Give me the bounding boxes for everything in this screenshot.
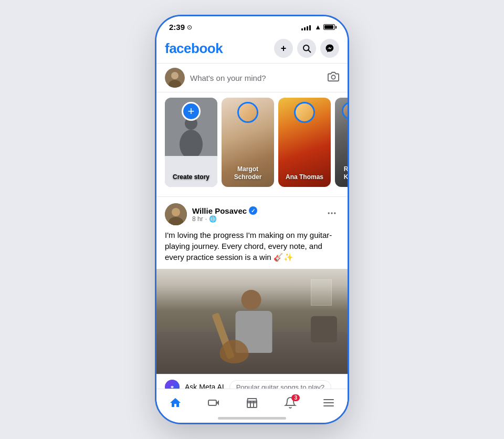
post-text: I'm loving the progress I'm making on my…	[156, 229, 348, 269]
svg-line-1	[308, 50, 310, 52]
story-plus-icon: +	[182, 102, 201, 121]
privacy-icon: 🌐	[209, 215, 217, 223]
svg-point-5	[331, 75, 335, 79]
fb-header: facebook +	[156, 35, 348, 63]
post-avatar	[165, 203, 187, 225]
status-icons: ▲	[301, 23, 335, 31]
composer[interactable]: What's on your mind?	[156, 63, 348, 92]
post-header: Willie Posavec ✓ 8 hr · 🌐	[156, 197, 348, 229]
clock-icon: ⊙	[187, 24, 192, 31]
wifi-icon: ▲	[314, 23, 321, 31]
story-name-margot: Margot Schroder	[222, 165, 274, 182]
fb-logo: facebook	[165, 40, 223, 57]
messenger-icon	[325, 44, 334, 53]
composer-input[interactable]: What's on your mind?	[190, 74, 322, 82]
nav-video[interactable]	[195, 393, 233, 412]
story-card-create[interactable]: + Create story	[165, 98, 217, 187]
dot-separator: ·	[205, 215, 207, 223]
story-card-reer[interactable]: Reer Kum	[335, 98, 348, 187]
status-time: 2:39	[169, 23, 185, 32]
nav-notifications[interactable]: 3	[271, 393, 309, 412]
status-bar: 2:39 ⊙ ▲	[156, 16, 348, 35]
svg-point-3	[171, 72, 178, 79]
post-meta: 8 hr · 🌐	[192, 215, 257, 223]
post-user: Willie Posavec ✓ 8 hr · 🌐	[165, 203, 257, 225]
story-card-ana[interactable]: Ana Thomas	[278, 98, 331, 187]
menu-icon	[322, 396, 335, 409]
header-actions: +	[274, 39, 339, 58]
more-button[interactable]	[324, 206, 339, 223]
stories-row: + Create story Margot Schroder	[156, 92, 348, 192]
store-icon	[246, 396, 258, 409]
meta-ai-label[interactable]: Ask Meta AI	[185, 383, 224, 389]
home-indicator	[218, 417, 286, 420]
search-button[interactable]	[297, 39, 316, 58]
story-avatar-margot	[237, 102, 258, 123]
svg-point-13	[334, 212, 335, 214]
story-name-reer: Reer Kum	[335, 165, 348, 182]
meta-ai-icon	[165, 380, 180, 389]
create-story-label: Create story	[165, 173, 217, 182]
home-icon	[169, 396, 182, 409]
search-icon	[302, 44, 311, 53]
post: Willie Posavec ✓ 8 hr · 🌐	[156, 196, 348, 389]
meta-ai-suggestion[interactable]: Popular guitar songs to play?	[229, 380, 331, 389]
verified-badge: ✓	[249, 206, 257, 215]
messenger-button[interactable]	[320, 39, 339, 58]
add-icon: +	[281, 43, 287, 54]
post-username: Willie Posavec ✓	[192, 206, 257, 215]
svg-rect-15	[208, 400, 216, 405]
meta-ai-bar: Ask Meta AI Popular guitar songs to play…	[156, 374, 348, 389]
nav-home[interactable]	[156, 393, 195, 412]
story-name-ana: Ana Thomas	[278, 173, 331, 182]
nav-marketplace[interactable]	[233, 393, 271, 412]
story-card-margot[interactable]: Margot Schroder	[222, 98, 274, 187]
post-image	[156, 269, 348, 374]
phone-frame: 2:39 ⊙ ▲ facebook	[155, 15, 349, 424]
signal-icon	[301, 24, 311, 30]
scroll-content: facebook +	[156, 35, 348, 389]
svg-point-9	[172, 208, 180, 216]
svg-point-12	[331, 212, 332, 214]
nav-menu[interactable]	[309, 393, 348, 412]
notification-badge: 3	[291, 394, 300, 401]
phone-screen: 2:39 ⊙ ▲ facebook	[156, 16, 348, 423]
composer-avatar	[165, 68, 185, 88]
story-avatar-ana	[294, 102, 315, 123]
guitar-scene	[156, 269, 348, 374]
svg-point-11	[328, 212, 330, 214]
camera-icon[interactable]	[328, 71, 339, 85]
svg-point-7	[180, 130, 203, 156]
post-user-info: Willie Posavec ✓ 8 hr · 🌐	[192, 206, 257, 223]
add-button[interactable]: +	[274, 39, 293, 58]
battery-icon	[323, 24, 335, 30]
video-icon	[207, 396, 220, 409]
